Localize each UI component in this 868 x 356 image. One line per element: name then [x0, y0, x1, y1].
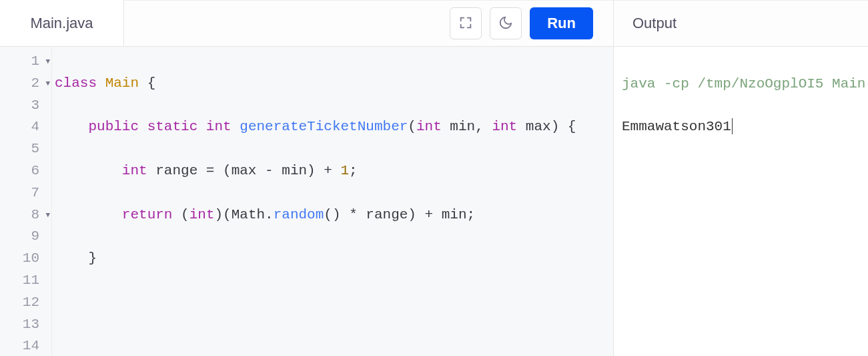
- output-panel[interactable]: java -cp /tmp/NzoOgplOI5 Main Emmawatson…: [614, 47, 868, 356]
- code-line: [55, 292, 613, 314]
- line-number: 12: [0, 292, 51, 314]
- theme-toggle-button[interactable]: [490, 7, 522, 39]
- code-area[interactable]: class Main { public static int generateT…: [52, 47, 613, 356]
- line-number: 11: [0, 270, 51, 292]
- top-bar: Main.java Run Output: [0, 0, 868, 47]
- line-number: 5: [0, 138, 51, 160]
- output-command: java -cp /tmp/NzoOgplOI5 Main: [622, 73, 860, 95]
- code-line: public static int generateTicketNumber(i…: [55, 116, 613, 138]
- line-number: 13: [0, 314, 51, 336]
- line-number: 4: [0, 116, 51, 138]
- output-header-label: Output: [632, 15, 677, 32]
- cursor-icon: [732, 118, 733, 134]
- line-number: 6: [0, 160, 51, 182]
- line-number: 9: [0, 226, 51, 248]
- line-number: 3: [0, 95, 51, 117]
- fold-icon[interactable]: ▼: [45, 51, 50, 73]
- line-number: 14: [0, 335, 51, 356]
- line-number: 10: [0, 248, 51, 270]
- editor-toolbar: Run: [124, 0, 614, 46]
- line-number: 8▼: [0, 204, 51, 226]
- run-button[interactable]: Run: [530, 7, 593, 39]
- file-tab-label: Main.java: [30, 15, 93, 32]
- line-number: 7: [0, 182, 51, 204]
- code-line: class Main {: [55, 73, 613, 95]
- code-editor[interactable]: 1▼ 2▼ 3 4 5 6 7 8▼ 9 10 11 12 13 14 clas…: [0, 47, 614, 356]
- line-number: 1▼: [0, 51, 51, 73]
- line-gutter: 1▼ 2▼ 3 4 5 6 7 8▼ 9 10 11 12 13 14: [0, 47, 52, 356]
- code-line: return (int)(Math.random() * range) + mi…: [55, 204, 613, 226]
- output-header: Output: [614, 0, 868, 46]
- code-line: int range = (max - min) + 1;: [55, 160, 613, 182]
- moon-icon: [498, 15, 513, 32]
- line-number: 2▼: [0, 73, 51, 95]
- output-line: Emmawatson301: [622, 116, 860, 138]
- code-line: [55, 335, 613, 356]
- fold-icon[interactable]: ▼: [45, 73, 50, 95]
- fullscreen-icon: [458, 15, 473, 32]
- main-area: 1▼ 2▼ 3 4 5 6 7 8▼ 9 10 11 12 13 14 clas…: [0, 47, 868, 356]
- code-line: }: [55, 248, 613, 270]
- fullscreen-button[interactable]: [450, 7, 482, 39]
- file-tab[interactable]: Main.java: [0, 0, 124, 46]
- fold-icon[interactable]: ▼: [45, 204, 50, 226]
- run-button-label: Run: [547, 15, 576, 31]
